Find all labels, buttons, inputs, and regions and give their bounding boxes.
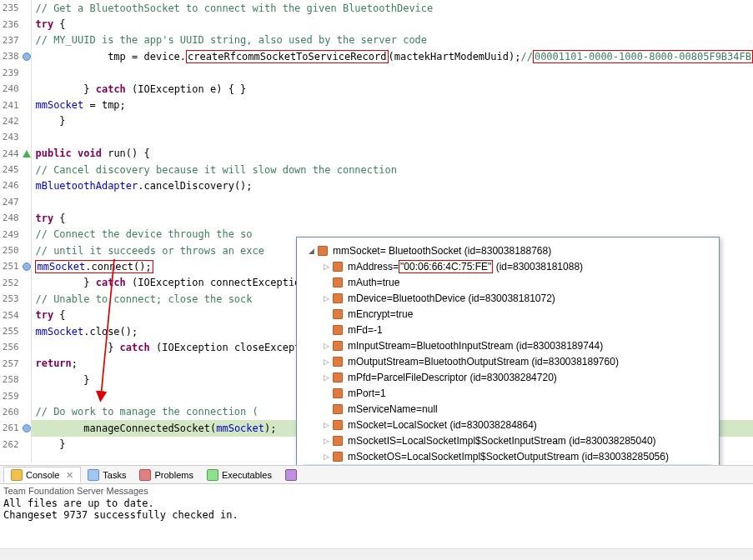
marker-cell[interactable] bbox=[23, 32, 32, 48]
expand-icon[interactable] bbox=[322, 420, 331, 429]
tree-item[interactable]: mSocketOS= LocalSocketImpl$SocketOutputS… bbox=[304, 448, 712, 464]
line-number: 250 bbox=[0, 242, 23, 258]
tab-executables[interactable]: Executables bbox=[200, 468, 279, 482]
tab-problems[interactable]: Problems bbox=[133, 468, 199, 482]
tree-item[interactable]: mFd= -1 bbox=[304, 322, 712, 338]
field-icon bbox=[333, 325, 343, 335]
expand-icon[interactable] bbox=[322, 309, 331, 318]
tree-item[interactable]: mSocket= LocalSocket (id=830038284864) bbox=[304, 417, 712, 432]
expand-icon[interactable] bbox=[322, 293, 331, 302]
line-number: 246 bbox=[0, 178, 23, 193]
code-line[interactable]: // Get a BluetoothSocket to connect with… bbox=[32, 0, 753, 16]
marker-cell[interactable] bbox=[23, 65, 32, 81]
tab-more[interactable] bbox=[279, 468, 304, 482]
breakpoint-icon[interactable] bbox=[23, 424, 31, 432]
marker-cell[interactable] bbox=[23, 48, 32, 64]
marker-cell[interactable] bbox=[23, 291, 32, 307]
marker-cell[interactable] bbox=[23, 210, 32, 226]
tab-tasks[interactable]: Tasks bbox=[81, 468, 133, 482]
tree-root[interactable]: mmSocket= BluetoothSocket (id=8300381887… bbox=[304, 242, 712, 258]
marker-cell[interactable] bbox=[23, 307, 32, 322]
marker-cell[interactable] bbox=[23, 81, 32, 97]
marker-cell[interactable] bbox=[23, 437, 32, 452]
horizontal-scrollbar[interactable] bbox=[0, 548, 753, 560]
bottom-tab-bar[interactable]: Console ✕TasksProblemsExecutables bbox=[0, 465, 753, 484]
marker-cell[interactable] bbox=[23, 129, 32, 145]
expand-icon[interactable] bbox=[322, 436, 331, 445]
marker-cell[interactable] bbox=[23, 226, 32, 242]
code-line[interactable] bbox=[32, 65, 753, 81]
marker-cell[interactable] bbox=[23, 275, 32, 291]
breakpoint-icon[interactable] bbox=[23, 52, 31, 61]
expand-icon[interactable] bbox=[322, 341, 331, 350]
tab-icon bbox=[207, 469, 218, 481]
tree-item[interactable]: mAddress="00:06:66:4C:75:FE" (id=8300381… bbox=[304, 258, 712, 274]
code-line[interactable]: mmSocket = tmp; bbox=[32, 97, 753, 112]
line-number: 252 bbox=[0, 275, 23, 291]
line-number: 242 bbox=[0, 113, 23, 129]
code-line[interactable]: } catch (IOException e) { } bbox=[32, 81, 753, 97]
field-icon bbox=[333, 341, 343, 351]
marker-cell[interactable] bbox=[23, 372, 32, 388]
marker-cell[interactable] bbox=[23, 16, 32, 32]
marker-cell[interactable] bbox=[23, 146, 32, 162]
code-line[interactable]: try { bbox=[32, 210, 753, 226]
expand-icon[interactable] bbox=[322, 388, 331, 398]
marker-cell[interactable] bbox=[23, 242, 32, 258]
marker-cell[interactable] bbox=[23, 258, 32, 274]
marker-cell[interactable] bbox=[23, 0, 32, 16]
marker-cell[interactable] bbox=[23, 194, 32, 210]
expand-icon[interactable] bbox=[322, 372, 331, 382]
tree-item[interactable]: mPfd= ParcelFileDescriptor (id=830038284… bbox=[304, 369, 712, 385]
tab-console[interactable]: Console ✕ bbox=[3, 467, 81, 482]
marker-cell[interactable] bbox=[23, 97, 32, 112]
marker-cell[interactable] bbox=[23, 339, 32, 355]
marker-column[interactable] bbox=[23, 0, 33, 462]
marker-cell[interactable] bbox=[23, 356, 32, 372]
tree-item[interactable]: mServiceName= null bbox=[304, 401, 712, 417]
code-line[interactable] bbox=[32, 194, 753, 210]
marker-cell[interactable] bbox=[23, 323, 32, 339]
line-number: 262 bbox=[0, 437, 23, 452]
code-line[interactable] bbox=[32, 129, 753, 145]
marker-cell[interactable] bbox=[23, 162, 32, 178]
marker-cell[interactable] bbox=[23, 404, 32, 420]
code-line[interactable]: // MY_UUID is the app's UUID string, als… bbox=[32, 32, 753, 48]
code-line[interactable]: tmp = device.createRfcommSocketToService… bbox=[32, 48, 753, 64]
tree-item[interactable]: mAuth= true bbox=[304, 274, 712, 290]
expand-icon[interactable] bbox=[322, 404, 331, 413]
line-number: 237 bbox=[0, 32, 23, 48]
tree-item[interactable]: mOutputStream= BluetoothOutputStream (id… bbox=[304, 353, 712, 369]
line-number: 239 bbox=[0, 65, 23, 81]
expand-icon[interactable] bbox=[307, 246, 316, 255]
code-line[interactable]: // Cancel discovery because it will slow… bbox=[32, 162, 753, 178]
tree-item[interactable]: mPort= 1 bbox=[304, 385, 712, 401]
line-number: 243 bbox=[0, 129, 23, 145]
field-icon bbox=[333, 293, 343, 303]
marker-cell[interactable] bbox=[23, 113, 32, 129]
close-icon[interactable]: ✕ bbox=[66, 470, 73, 481]
expand-icon[interactable] bbox=[322, 452, 331, 461]
tree-item[interactable]: mInputStream= BluetoothInputStream (id=8… bbox=[304, 338, 712, 353]
console-output[interactable]: Team Foundation Server Messages All file… bbox=[0, 484, 753, 552]
marker-cell[interactable] bbox=[23, 420, 32, 436]
line-number: 256 bbox=[0, 339, 23, 355]
tree-item[interactable]: mDevice= BluetoothDevice (id=83003818107… bbox=[304, 290, 712, 306]
tree-item[interactable]: mSocketIS= LocalSocketImpl$SocketInputSt… bbox=[304, 432, 712, 448]
code-line[interactable]: } bbox=[32, 113, 753, 129]
expand-icon[interactable] bbox=[322, 357, 331, 366]
expand-icon[interactable] bbox=[322, 325, 331, 334]
debug-variable-tree[interactable]: mmSocket= BluetoothSocket (id=8300381887… bbox=[297, 238, 719, 488]
code-line[interactable]: public void run() { bbox=[32, 146, 753, 162]
expand-icon[interactable] bbox=[322, 278, 331, 287]
expand-icon[interactable] bbox=[322, 262, 331, 271]
breakpoint-icon[interactable] bbox=[23, 262, 31, 271]
tab-label: Executables bbox=[222, 470, 272, 480]
line-number: 240 bbox=[0, 81, 23, 97]
code-line[interactable]: mBluetoothAdapter.cancelDiscovery(); bbox=[32, 178, 753, 193]
line-number: 258 bbox=[0, 372, 23, 388]
tree-item[interactable]: mEncrypt= true bbox=[304, 306, 712, 322]
marker-cell[interactable] bbox=[23, 178, 32, 193]
code-line[interactable]: try { bbox=[32, 16, 753, 32]
marker-cell[interactable] bbox=[23, 388, 32, 403]
